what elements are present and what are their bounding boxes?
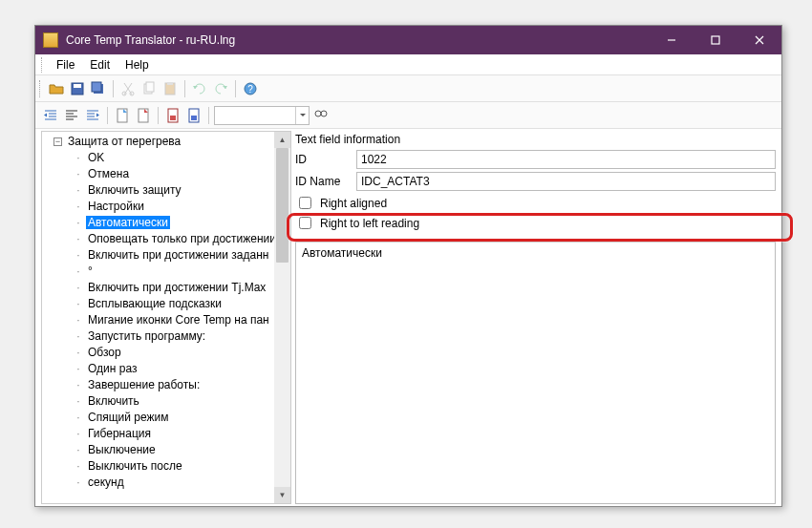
paste-button[interactable] [160, 79, 180, 98]
rtl-label: Right to left reading [320, 217, 419, 230]
editor-container [295, 242, 776, 504]
separator [107, 107, 108, 124]
tree-item[interactable]: ·Выключение [42, 442, 290, 458]
tree-item[interactable]: ·Включить при достижении Tj.Max [42, 280, 290, 296]
scroll-down-button[interactable]: ▼ [274, 487, 290, 503]
svg-point-6 [130, 92, 134, 95]
undo-button[interactable] [190, 79, 209, 98]
tree-item[interactable]: ·Включить при достижении заданн [42, 247, 290, 264]
separator [235, 80, 236, 97]
right-aligned-checkbox[interactable] [299, 197, 311, 209]
doc2-button[interactable] [134, 106, 153, 125]
translation-editor[interactable] [295, 242, 776, 504]
tree-item[interactable]: ·Мигание иконки Core Temp на пан [42, 312, 290, 328]
svg-rect-16 [170, 116, 176, 120]
tree-item[interactable]: ·OK [42, 150, 290, 166]
menu-help[interactable]: Help [118, 56, 157, 74]
svg-rect-8 [146, 82, 154, 92]
tree-item[interactable]: ·Отмена [42, 166, 290, 182]
redo-button[interactable] [211, 79, 230, 98]
tree-item[interactable]: ·Автоматически [42, 215, 290, 231]
svg-point-5 [122, 92, 126, 95]
close-button[interactable] [737, 26, 781, 54]
menubar: File Edit Help [35, 54, 781, 75]
tree-item[interactable]: ·Включить [42, 393, 290, 410]
right-aligned-label: Right aligned [320, 197, 387, 210]
maximize-button[interactable] [694, 26, 737, 54]
app-window: Core Temp Translator - ru-RU.lng File Ed… [34, 25, 782, 507]
tree-scrollbar[interactable]: ▲ ▼ [274, 132, 290, 503]
tree-root[interactable]: −Защита от перегрева [42, 134, 290, 150]
svg-point-19 [315, 111, 321, 116]
separator [113, 80, 114, 97]
open-button[interactable] [47, 79, 66, 98]
separator [208, 107, 209, 124]
doc1-button[interactable] [113, 106, 132, 125]
tree-item[interactable]: ·Завершение работы: [42, 377, 290, 393]
titlebar: Core Temp Translator - ru-RU.lng [35, 26, 781, 54]
tree-item[interactable]: ·Гибернация [42, 426, 290, 442]
scroll-thumb[interactable] [276, 148, 288, 263]
tree-item[interactable]: ·Оповещать только при достижении [42, 231, 290, 247]
font-combo[interactable] [214, 106, 310, 125]
svg-rect-18 [191, 116, 197, 120]
separator [158, 107, 159, 124]
outdent-button[interactable] [83, 106, 102, 125]
svg-rect-13 [118, 109, 127, 122]
toolbar-format [35, 102, 781, 129]
separator [184, 80, 185, 97]
align-left-button[interactable] [62, 106, 81, 125]
idname-label: ID Name [295, 175, 356, 188]
content-area: −Защита от перегрева·OK·Отмена·Включить … [35, 129, 781, 506]
menu-file[interactable]: File [49, 56, 82, 74]
tree-item[interactable]: ·Спящий режим [42, 410, 290, 426]
menubar-grip [41, 57, 45, 73]
collapse-icon[interactable]: − [53, 137, 62, 146]
svg-point-20 [321, 111, 327, 116]
svg-rect-0 [712, 36, 719, 44]
svg-rect-14 [139, 109, 148, 122]
help-button[interactable]: ? [241, 79, 260, 98]
info-title: Text field information [295, 133, 776, 146]
save-button[interactable] [68, 79, 87, 98]
save-all-button[interactable] [89, 79, 108, 98]
toolbar-main: ? [35, 75, 781, 102]
svg-rect-4 [92, 82, 101, 92]
tree-item[interactable]: ·° [42, 264, 290, 280]
tree-item[interactable]: ·Выключить после [42, 458, 290, 475]
svg-rect-10 [167, 82, 173, 85]
find-button[interactable] [311, 106, 331, 125]
tree-item[interactable]: ·Один раз [42, 361, 290, 377]
window-title: Core Temp Translator - ru-RU.lng [66, 33, 650, 47]
text-field-info: Text field information ID ID Name Right … [295, 131, 776, 236]
tree-item[interactable]: ·Запустить программу: [42, 328, 290, 345]
tree-item[interactable]: ·Всплывающие подсказки [42, 296, 290, 312]
menu-edit[interactable]: Edit [82, 56, 118, 74]
id-label: ID [295, 153, 356, 166]
id-input[interactable] [356, 150, 776, 169]
tree-item[interactable]: ·Настройки [42, 199, 290, 215]
svg-rect-2 [74, 84, 81, 88]
tree-view[interactable]: −Защита от перегрева·OK·Отмена·Включить … [41, 131, 291, 504]
cut-button[interactable] [118, 79, 138, 98]
toolbar-grip [39, 80, 43, 97]
idname-input[interactable] [356, 172, 776, 191]
svg-text:?: ? [247, 84, 253, 95]
indent-button[interactable] [41, 106, 60, 125]
tree-item[interactable]: ·секунд [42, 475, 290, 491]
rtl-checkbox[interactable] [299, 217, 311, 229]
copy-button[interactable] [139, 79, 159, 98]
minimize-button[interactable] [650, 26, 694, 54]
doc-red-button[interactable] [163, 106, 182, 125]
tree-item[interactable]: ·Включить защиту [42, 182, 290, 199]
app-icon [43, 32, 58, 48]
scroll-up-button[interactable]: ▲ [274, 132, 290, 148]
right-panel: Text field information ID ID Name Right … [295, 131, 776, 504]
tree-item[interactable]: ·Обзор [42, 345, 290, 361]
doc-blue-button[interactable] [184, 106, 203, 125]
